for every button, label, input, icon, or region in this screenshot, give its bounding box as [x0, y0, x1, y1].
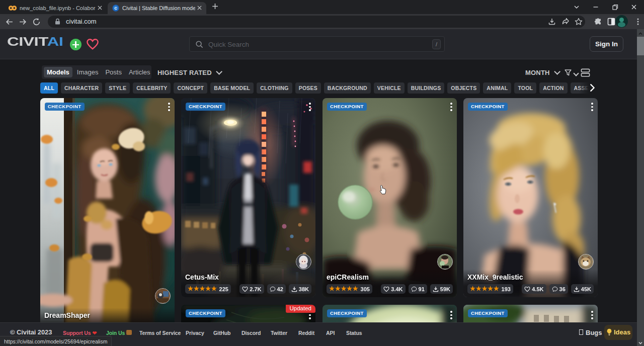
- svg-text:C: C: [114, 7, 117, 10]
